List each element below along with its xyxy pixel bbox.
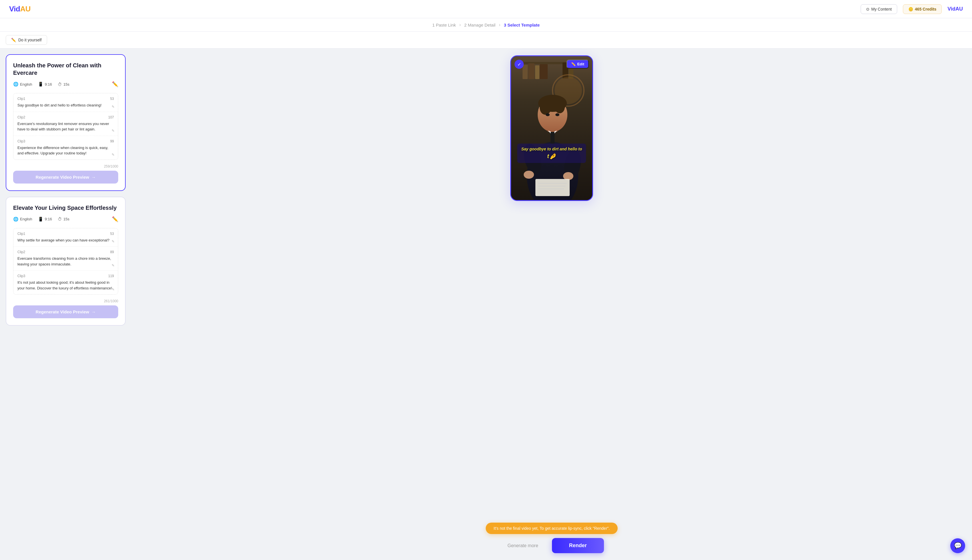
diy-bar: ✏️ Do it yourself (0, 32, 972, 48)
regen-btn-1[interactable]: Regenerate Video Preview → (13, 171, 118, 183)
step-arrow-2: › (499, 22, 500, 27)
svg-rect-24 (535, 179, 570, 196)
action-row: Generate more Render (499, 538, 604, 553)
clip-2-1-edit-icon[interactable]: ✎ (112, 240, 115, 243)
step-2-label: 2 Manage Detail (464, 23, 495, 27)
edit-pencil-icon: ✏️ (571, 62, 576, 66)
clip-2-3-count: 119 (108, 274, 114, 278)
regen-label-2: Regenerate Video Preview (36, 309, 89, 314)
clip-2-1-label: Clip1 (17, 232, 25, 236)
script-card-2[interactable]: Elevate Your Living Space Effortlessly 🌐… (6, 197, 126, 326)
chat-icon: 💬 (954, 542, 962, 550)
edit-badge-button[interactable]: ✏️ Edit (566, 60, 589, 68)
card-1-dur-label: 15s (63, 82, 69, 87)
globe-icon: 🌐 (13, 82, 18, 87)
credits-button[interactable]: 🪙 465 Credits (903, 4, 942, 14)
my-content-icon: ⊙ (866, 7, 870, 12)
card-2-clip-list: Clip1 53 Why settle for average when you… (13, 228, 118, 295)
card-2-ratio-label: 9:16 (45, 217, 52, 221)
edit-badge-label: Edit (577, 62, 584, 66)
clip-item-1-2: Clip2 107 Evercare's revolutionary lint … (13, 112, 118, 136)
svg-point-18 (540, 100, 551, 115)
clip-item-2-3: Clip3 119 It's not just about looking go… (13, 271, 118, 294)
clip-2-1-count: 53 (110, 232, 114, 236)
video-background: Say goodbye to dirt and hello to t🤌 (511, 56, 592, 200)
card-1-ratio-label: 9:16 (45, 82, 52, 87)
card-1-meta: 🌐 English 📱 9:16 ⏱ 15s ✏️ (13, 81, 118, 87)
card-1-language: 🌐 English (13, 82, 32, 87)
card-1-lang-label: English (20, 82, 32, 87)
subtitle-overlay: Say goodbye to dirt and hello to t🤌 (517, 143, 586, 163)
step-2[interactable]: 2 Manage Detail (464, 23, 495, 27)
logo: VidAU (9, 5, 30, 13)
right-panel: Say goodbye to dirt and hello to t🤌 ✓ ✏️… (131, 48, 972, 560)
clip-3-edit-icon[interactable]: ✎ (112, 153, 115, 157)
clip-3-header: Clip3 99 (17, 139, 114, 143)
clip-3-count: 99 (110, 139, 114, 143)
clip-item-2-2: Clip2 89 Evercare transforms cleaning fr… (13, 247, 118, 271)
clip-1-text: Say goodbye to dirt and hello to effortl… (17, 102, 114, 108)
card-1-title: Unleash the Power of Clean with Evercare (13, 62, 118, 77)
card-2-char-count: 261/1000 (13, 299, 118, 303)
diy-icon: ✏️ (11, 38, 16, 42)
clip-2-count: 107 (108, 115, 114, 119)
main-layout: Unleash the Power of Clean with Evercare… (0, 48, 972, 560)
phone-icon: 📱 (38, 82, 43, 87)
clip-3-label: Clip3 (17, 139, 25, 143)
card-1-duration: ⏱ 15s (58, 82, 69, 87)
clip-1-label: Clip1 (17, 97, 25, 101)
clip-2-3-edit-icon[interactable]: ✎ (112, 287, 115, 292)
step-3-label: 3 Select Template (504, 23, 540, 27)
step-1[interactable]: 1 Paste Link (432, 23, 456, 27)
card-2-lang-label: English (20, 217, 32, 221)
card-2-language: 🌐 English (13, 217, 32, 222)
header-right: ⊙ My Content 🪙 465 Credits VidAU (861, 4, 963, 14)
clip-2-label: Clip2 (17, 115, 25, 119)
svg-rect-3 (528, 63, 534, 79)
card-1-ratio: 📱 9:16 (38, 82, 52, 87)
diy-button[interactable]: ✏️ Do it yourself (6, 35, 47, 45)
coin-icon: 🪙 (909, 7, 913, 12)
app-header: VidAU ⊙ My Content 🪙 465 Credits VidAU (0, 0, 972, 18)
warning-toast: It's not the final video yet, To get acc… (486, 523, 618, 534)
my-content-button[interactable]: ⊙ My Content (861, 4, 897, 14)
clip-2-2-label: Clip2 (17, 250, 25, 254)
clip-2-edit-icon[interactable]: ✎ (112, 129, 115, 133)
steps-bar: 1 Paste Link › 2 Manage Detail › 3 Selec… (0, 18, 972, 32)
card-2-edit-btn[interactable]: ✏️ (112, 216, 118, 222)
arrow-icon-2: → (91, 309, 96, 314)
clip-2-1-header: Clip1 53 (17, 232, 114, 236)
arrow-icon: → (91, 175, 96, 180)
left-panel: Unleash the Power of Clean with Evercare… (0, 48, 131, 560)
logo-au: AU (20, 5, 30, 13)
credits-label: 465 Credits (915, 7, 936, 12)
regen-label-1: Regenerate Video Preview (36, 175, 89, 180)
clip-1-edit-icon[interactable]: ✎ (112, 105, 115, 109)
clip-2-2-count: 89 (110, 250, 114, 254)
clock-icon-2: ⏱ (58, 217, 62, 222)
svg-point-21 (555, 113, 559, 116)
chat-fab-button[interactable]: 💬 (950, 538, 965, 553)
step-3[interactable]: 3 Select Template (504, 23, 540, 27)
regen-btn-2[interactable]: Regenerate Video Preview → (13, 305, 118, 318)
clip-item-1-3: Clip3 99 Experience the difference when … (13, 136, 118, 160)
clip-2-3-text: It's not just about looking good; it's a… (17, 280, 114, 291)
script-card-1[interactable]: Unleash the Power of Clean with Evercare… (6, 54, 126, 191)
svg-rect-2 (523, 65, 528, 79)
card-2-dur-label: 15s (63, 217, 69, 221)
generate-more-button[interactable]: Generate more (499, 539, 546, 552)
clip-2-3-label: Clip3 (17, 274, 25, 278)
card-1-edit-btn[interactable]: ✏️ (112, 81, 118, 87)
svg-point-13 (524, 171, 534, 179)
subtitle-text: Say goodbye to dirt and hello to t🤌 (521, 147, 582, 160)
card-1-char-count: 259/1000 (13, 164, 118, 168)
render-button[interactable]: Render (552, 538, 604, 553)
clock-icon: ⏱ (58, 82, 62, 87)
card-2-meta: 🌐 English 📱 9:16 ⏱ 15s ✏️ (13, 216, 118, 222)
step-arrow-1: › (459, 22, 461, 27)
svg-rect-4 (535, 65, 539, 79)
clip-item-2-1: Clip1 53 Why settle for average when you… (13, 228, 118, 247)
person-figure (511, 56, 593, 201)
svg-point-14 (563, 172, 573, 180)
clip-2-2-edit-icon[interactable]: ✎ (112, 263, 115, 267)
